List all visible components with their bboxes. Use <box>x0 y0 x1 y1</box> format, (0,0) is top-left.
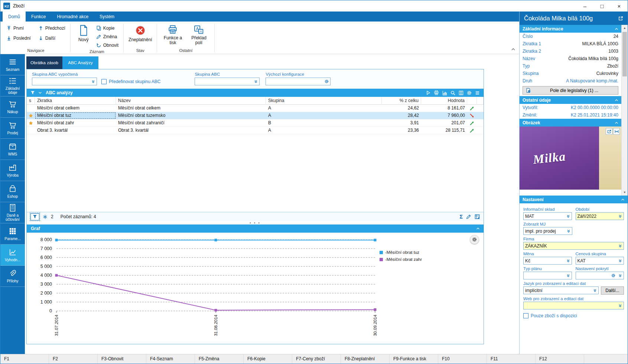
ribbon-tab-system[interactable]: Systém <box>94 12 120 22</box>
sidebar-item-prilohy[interactable]: Přílohy <box>0 266 25 287</box>
plan-type-select[interactable] <box>523 272 572 279</box>
table-row[interactable]: Měsíční obrat zahr Měsíční obrat zahrani… <box>27 119 484 127</box>
scrollbar-track[interactable] <box>622 31 628 189</box>
invalidate-button[interactable]: Zneplatnění <box>127 24 153 42</box>
fkey-f10[interactable]: F10 <box>438 354 487 364</box>
collapse-chevron-icon[interactable] <box>621 198 625 201</box>
section-header-settings[interactable]: Nastavení <box>520 196 628 203</box>
sidebar-item-prodej[interactable]: Prodej <box>0 118 25 139</box>
sidebar-item-parametry[interactable]: Parame... <box>0 223 25 245</box>
splitter-handle[interactable]: • • • <box>27 221 484 224</box>
tab-obratka-zasob[interactable]: Obrátka zásob <box>26 56 62 69</box>
table-edit-button[interactable] <box>475 214 480 219</box>
grid-filter-icon[interactable] <box>30 91 35 95</box>
price-group-select[interactable]: KAT <box>576 257 624 265</box>
detail-scrollbar[interactable]: ▲ ▼ <box>621 25 628 196</box>
collapse-chevron-icon[interactable] <box>615 98 618 102</box>
grid-chart-icon[interactable] <box>442 91 447 95</box>
more-button[interactable]: Další... <box>601 286 624 295</box>
scroll-up-button[interactable]: ▲ <box>622 25 628 31</box>
filter-button[interactable] <box>30 213 39 220</box>
fkey-f2[interactable]: F2 <box>49 354 98 364</box>
last-button[interactable]: Poslední <box>5 34 32 42</box>
sidebar-item-wms[interactable]: WMS <box>0 139 25 160</box>
maximize-button[interactable]: □ <box>593 0 611 12</box>
language-select[interactable]: implicitní <box>523 286 599 294</box>
functions-print-button[interactable]: Funkce a tisk <box>160 24 185 45</box>
only-available-checkbox[interactable]: Pouze zboží s dispozici <box>523 313 624 318</box>
period-select[interactable]: Září/2022 <box>576 212 624 220</box>
sidebar-item-vyhodnoceni[interactable]: Vyhodn... <box>0 245 25 266</box>
show-mj-select[interactable]: impl. pro prodej <box>523 227 572 235</box>
open-external-icon[interactable] <box>618 16 623 21</box>
column-header-name[interactable]: Název <box>116 97 266 104</box>
minimize-button[interactable]: – <box>576 0 593 12</box>
fkey-f3[interactable]: F3-Obnovit <box>98 354 146 364</box>
next-button[interactable]: Další <box>37 34 67 42</box>
fkey-f9[interactable]: F9-Funkce a tisk <box>390 354 438 364</box>
computed-group-select[interactable] <box>32 78 97 85</box>
info-warehouse-select[interactable]: MAT <box>523 212 572 220</box>
fkey-f8[interactable]: F8-Zneplatnění <box>341 354 390 364</box>
section-header-image[interactable]: Obrázek <box>520 119 621 127</box>
grid-run-icon[interactable] <box>426 91 430 95</box>
default-config-input[interactable] <box>266 78 331 85</box>
abc-group-select[interactable] <box>195 78 260 85</box>
quick-filter-icon[interactable] <box>43 214 48 219</box>
column-header-group[interactable]: Skupina <box>266 97 382 104</box>
grid-zoom-icon[interactable] <box>450 91 455 95</box>
tab-abc-analyzy[interactable]: ABC Analýzy <box>62 56 98 69</box>
section-header-basic-info[interactable]: Základní informace <box>520 25 621 33</box>
table-row[interactable]: Obrat 3. kvartál Obrat 3. kvartál A 23,3… <box>27 127 484 134</box>
scroll-down-button[interactable]: ▼ <box>622 189 628 196</box>
currency-select[interactable]: Kč <box>523 257 572 265</box>
ribbon-collapse-button[interactable] <box>511 47 515 52</box>
product-image[interactable]: Milka <box>520 127 621 190</box>
coverage-settings-control[interactable] <box>576 272 624 279</box>
edit-button[interactable] <box>466 214 471 219</box>
fkey-f12[interactable]: F12 <box>536 354 584 364</box>
table-row[interactable]: Měsíční obrat celkem Měsíční obrat celke… <box>27 105 484 112</box>
change-button[interactable]: Změna <box>95 33 120 41</box>
column-header-state[interactable]: s <box>27 97 35 104</box>
predefine-abc-checkbox[interactable]: Předefinovat skupinu ABC <box>101 79 160 84</box>
fkey-f1[interactable]: F1 <box>0 354 49 364</box>
collapse-chevron-icon[interactable] <box>615 121 618 125</box>
fkey-f11[interactable]: F11 <box>487 354 536 364</box>
ribbon-tab-domu[interactable]: Domů <box>3 12 26 22</box>
grid-menu-icon[interactable] <box>475 91 480 95</box>
first-button[interactable]: První <box>5 24 32 32</box>
column-header-trend[interactable] <box>467 97 477 104</box>
ribbon-tab-funkce[interactable]: Funkce <box>26 12 51 22</box>
sidebar-item-seznam[interactable]: Seznam <box>0 54 25 75</box>
gear-icon[interactable] <box>611 273 615 278</box>
sidebar-item-zakladni-udaje[interactable]: Základní údaje <box>0 75 25 96</box>
column-header-value[interactable]: Hodnota <box>421 97 467 104</box>
collapse-chevron-icon[interactable] <box>476 227 480 230</box>
web-select[interactable] <box>523 302 624 309</box>
fkey-f7[interactable]: F7-Ceny zboží <box>292 354 341 364</box>
scrollbar-thumb[interactable] <box>622 32 627 76</box>
close-button[interactable]: × <box>611 0 628 12</box>
column-header-percent[interactable]: % z celku <box>382 97 421 104</box>
grid-settings-icon[interactable] <box>467 91 472 95</box>
fkey-f4[interactable]: F4-Seznam <box>146 354 195 364</box>
sidebar-item-vyroba[interactable]: Výroba <box>0 160 25 181</box>
chevron-down-icon[interactable] <box>38 91 42 95</box>
legislative-fields-button[interactable]: Pole dle legislativy (1) ... <box>523 86 618 95</box>
sidebar-item-eshop[interactable]: Eshop <box>0 181 25 202</box>
new-button[interactable]: Nový <box>74 24 93 42</box>
fkey-f6[interactable]: F6-Kopie <box>244 354 292 364</box>
table-row[interactable]: Měsíční obrat tuz Měsíční obrat tuzemsko… <box>27 112 484 119</box>
previous-button[interactable]: Předchozí <box>37 24 67 32</box>
grid-columns-icon[interactable] <box>459 91 463 95</box>
field-translation-button[interactable]: Překlad polí <box>186 24 211 45</box>
sidebar-item-nakup[interactable]: Nákup <box>0 96 25 118</box>
section-header-other-info[interactable]: Ostatní údaje <box>520 96 621 104</box>
company-select[interactable]: ZÁKAZNÍK <box>523 242 624 250</box>
grid-print-icon[interactable] <box>434 90 439 95</box>
sidebar-item-dane-a-uctovani[interactable]: Daně a účtování <box>0 202 25 223</box>
chart-settings-button[interactable] <box>470 235 479 244</box>
copy-button[interactable]: Kopie <box>95 24 120 32</box>
image-open-button[interactable] <box>606 128 612 135</box>
